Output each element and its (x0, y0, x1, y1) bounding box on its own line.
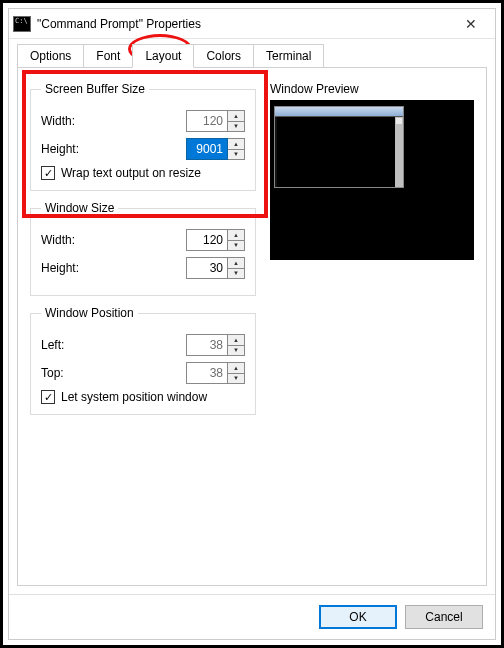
tabstrip: Options Font Layout Colors Terminal (9, 39, 495, 67)
tab-terminal[interactable]: Terminal (253, 44, 324, 68)
label-winsize-width: Width: (41, 233, 121, 247)
spin-up-icon: ▲ (228, 335, 244, 345)
preview-mini-titlebar (275, 107, 403, 117)
tab-font[interactable]: Font (83, 44, 133, 68)
winpos-top-spinner[interactable]: ▲▼ (186, 362, 245, 384)
winpos-left-spinner[interactable]: ▲▼ (186, 334, 245, 356)
autopos-checkbox[interactable]: ✓ Let system position window (41, 390, 245, 404)
label-buffer-height: Height: (41, 142, 121, 156)
winpos-left-input (186, 334, 228, 356)
cancel-button[interactable]: Cancel (405, 605, 483, 629)
autopos-label: Let system position window (61, 390, 207, 404)
spin-up-icon[interactable]: ▲ (228, 139, 244, 149)
ok-button[interactable]: OK (319, 605, 397, 629)
winsize-width-spinner[interactable]: ▲▼ (186, 229, 245, 251)
legend-buffer: Screen Buffer Size (41, 82, 149, 96)
close-button[interactable]: ✕ (451, 10, 491, 38)
spin-down-icon: ▼ (228, 345, 244, 356)
spin-down-icon[interactable]: ▼ (228, 240, 244, 251)
label-winpos-top: Top: (41, 366, 121, 380)
checkmark-icon: ✓ (41, 166, 55, 180)
preview-mini-scrollbar (395, 117, 403, 187)
legend-winpos: Window Position (41, 306, 138, 320)
spin-up-icon: ▲ (228, 363, 244, 373)
winsize-height-input[interactable] (186, 257, 228, 279)
checkmark-icon: ✓ (41, 390, 55, 404)
layout-panel: Screen Buffer Size Width: ▲▼ Height: ▲▼ (17, 67, 487, 586)
spin-up-icon[interactable]: ▲ (228, 111, 244, 121)
group-window-position: Window Position Left: ▲▼ Top: ▲▼ (30, 306, 256, 415)
legend-winsize: Window Size (41, 201, 118, 215)
cmd-icon (13, 16, 31, 32)
buffer-height-input[interactable] (186, 138, 228, 160)
button-bar: OK Cancel (9, 594, 495, 639)
spin-down-icon[interactable]: ▼ (228, 149, 244, 160)
spin-down-icon[interactable]: ▼ (228, 121, 244, 132)
spin-down-icon: ▼ (228, 373, 244, 384)
label-winpos-left: Left: (41, 338, 121, 352)
label-winsize-height: Height: (41, 261, 121, 275)
winsize-width-input[interactable] (186, 229, 228, 251)
spin-down-icon[interactable]: ▼ (228, 268, 244, 279)
window-preview (270, 100, 474, 260)
wrap-label: Wrap text output on resize (61, 166, 201, 180)
preview-mini-window (274, 106, 404, 188)
spin-up-icon[interactable]: ▲ (228, 258, 244, 268)
winsize-height-spinner[interactable]: ▲▼ (186, 257, 245, 279)
label-buffer-width: Width: (41, 114, 121, 128)
buffer-height-spinner[interactable]: ▲▼ (186, 138, 245, 160)
titlebar: "Command Prompt" Properties ✕ (9, 9, 495, 39)
preview-label: Window Preview (270, 82, 474, 96)
window-title: "Command Prompt" Properties (37, 17, 451, 31)
group-screen-buffer: Screen Buffer Size Width: ▲▼ Height: ▲▼ (30, 82, 256, 191)
winpos-top-input (186, 362, 228, 384)
buffer-width-spinner[interactable]: ▲▼ (186, 110, 245, 132)
group-window-size: Window Size Width: ▲▼ Height: ▲▼ (30, 201, 256, 296)
wrap-checkbox[interactable]: ✓ Wrap text output on resize (41, 166, 245, 180)
spin-up-icon[interactable]: ▲ (228, 230, 244, 240)
tab-options[interactable]: Options (17, 44, 84, 68)
buffer-width-input[interactable] (186, 110, 228, 132)
tab-colors[interactable]: Colors (193, 44, 254, 68)
tab-layout[interactable]: Layout (132, 44, 194, 68)
